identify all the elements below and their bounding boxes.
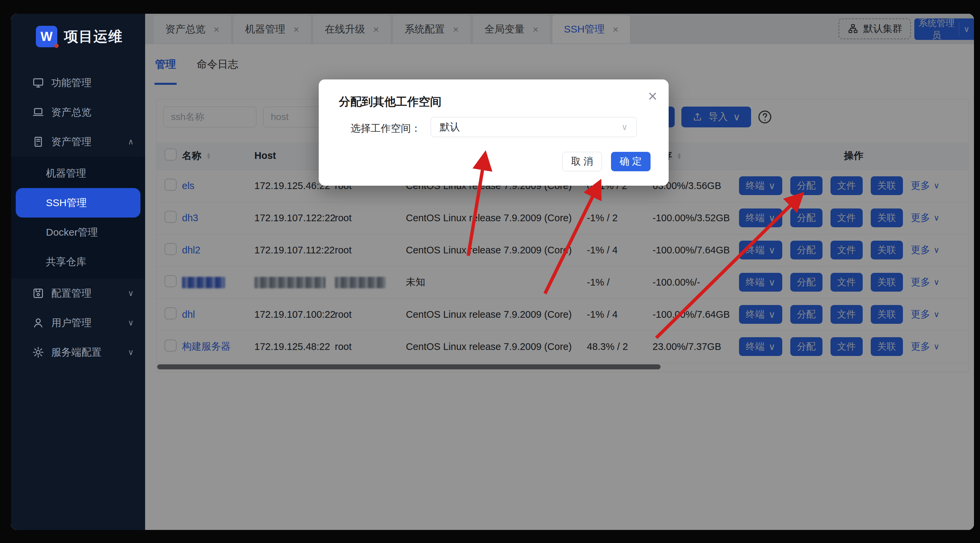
monitor-icon	[32, 76, 45, 89]
confirm-button[interactable]: 确 定	[611, 152, 651, 171]
sidebar-subitem-label: SSH管理	[46, 196, 87, 210]
chevron-down-icon: ∨	[128, 288, 134, 298]
workspace-select-value: 默认	[440, 120, 460, 134]
sidebar-item-label: 资产总览	[51, 105, 92, 119]
sidebar-subitem[interactable]: 机器管理	[11, 159, 145, 188]
workspace-select[interactable]: 默认 ∨	[431, 117, 637, 137]
sidebar-item-label: 配置管理	[51, 287, 92, 300]
app-logo-icon: W	[36, 26, 57, 47]
sidebar-subitem-label: 共享仓库	[46, 255, 86, 269]
assign-workspace-modal: 分配到其他工作空间 × 选择工作空间： 默认 ∨ 取 消 确 定	[319, 80, 669, 186]
sidebar-item-label: 功能管理	[51, 76, 92, 90]
gear-icon	[32, 346, 45, 359]
close-icon[interactable]: ×	[648, 87, 657, 105]
sidebar-item[interactable]: 用户管理∨	[11, 308, 145, 338]
sidebar-item-label: 服务端配置	[51, 346, 102, 359]
sidebar-subitem[interactable]: SSH管理	[16, 188, 140, 218]
sidebar-subitem[interactable]: Docker管理	[11, 218, 145, 247]
sidebar-item-label: 用户管理	[51, 316, 92, 330]
sidebar-item[interactable]: 服务端配置∨	[11, 338, 145, 367]
sidebar-item-label: 资产管理	[51, 135, 92, 149]
sidebar-item[interactable]: 资产总览	[11, 97, 145, 127]
server-icon	[32, 135, 45, 148]
sidebar-submenu: 机器管理SSH管理Docker管理共享仓库	[11, 156, 145, 279]
chevron-down-icon: ∨	[621, 122, 628, 132]
user-icon	[32, 317, 45, 329]
sidebar-menu: 功能管理资产总览资产管理∧机器管理SSH管理Docker管理共享仓库配置管理∨用…	[11, 68, 145, 367]
sidebar-item[interactable]: 功能管理	[11, 68, 145, 97]
cancel-button[interactable]: 取 消	[562, 152, 602, 171]
chevron-down-icon: ∨	[128, 347, 134, 357]
modal-title: 分配到其他工作空间	[339, 94, 441, 110]
sidebar-item[interactable]: 资产管理∧	[11, 127, 145, 156]
laptop-icon	[32, 106, 45, 119]
screenshot-root: W 项目运维 功能管理资产总览资产管理∧机器管理SSH管理Docker管理共享仓…	[0, 0, 980, 543]
sidebar-subitem[interactable]: 共享仓库	[11, 247, 145, 277]
chevron-down-icon: ∨	[128, 318, 134, 328]
chevron-up-icon: ∧	[128, 137, 134, 146]
workspace-field-label: 选择工作空间：	[351, 122, 421, 135]
sidebar-subitem-label: Docker管理	[46, 226, 98, 239]
sidebar-subitem-label: 机器管理	[46, 167, 86, 180]
sidebar: W 项目运维 功能管理资产总览资产管理∧机器管理SSH管理Docker管理共享仓…	[11, 14, 145, 530]
app-title: 项目运维	[64, 27, 123, 46]
app-logo: W 项目运维	[11, 14, 145, 47]
save-icon	[32, 287, 45, 299]
sidebar-item[interactable]: 配置管理∨	[11, 279, 145, 308]
